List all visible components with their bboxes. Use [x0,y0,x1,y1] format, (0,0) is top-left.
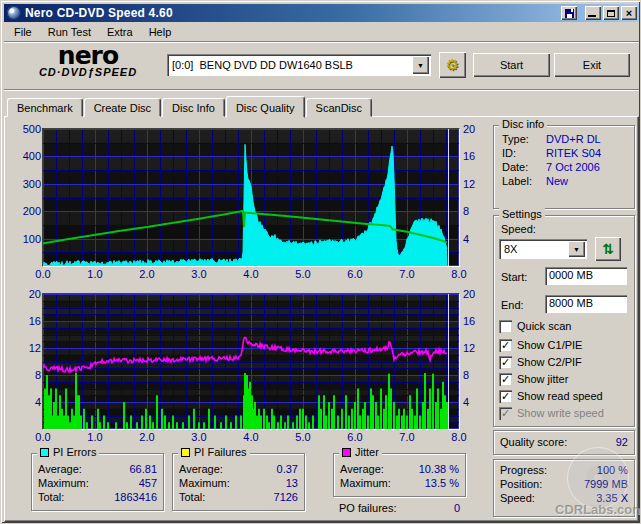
close-icon: × [626,8,632,18]
minimize-icon [588,15,596,17]
disc-info-value: DVD+R DL [546,133,601,145]
window-title: Nero CD-DVD Speed 4.60 [25,6,559,20]
pi-failures-title: PI Failures [194,446,247,458]
progress-value: 100 % [597,464,628,476]
start-button[interactable]: Start [473,53,550,77]
stat-value: 10.38 % [419,463,459,475]
show-read-speed-checkbox[interactable]: ✓Show read speed [499,389,603,403]
checkbox-label: Show read speed [517,390,603,402]
speed-select[interactable]: 8X ▼ [499,239,587,259]
start-position-input[interactable]: 0000 MB [545,267,627,285]
menu-extra[interactable]: Extra [99,24,141,40]
options-button[interactable]: ⚙ [439,52,466,78]
disc-info-label: Date: [502,161,546,173]
checkbox-label: Show write speed [517,407,604,419]
end-position-label: End: [501,299,524,311]
quality-score-panel: Quality score: 92 [493,430,635,455]
show-c2-pif-checkbox[interactable]: ✓Show C2/PIF [499,355,582,369]
settings-title: Settings [502,208,542,220]
menu-help[interactable]: Help [141,24,180,40]
top-chart-right-axis: 20161284 [461,129,487,266]
show-jitter-checkbox[interactable]: ✓Show jitter [499,372,568,386]
jitter-title: Jitter [355,446,379,458]
top-chart-left-axis: 500400300200100 [7,129,41,266]
quick-scan-checkbox[interactable]: ✓Quick scan [499,319,571,333]
exit-button[interactable]: Exit [554,53,630,77]
refresh-speeds-button[interactable]: ⇅ [595,237,621,261]
maximize-icon [607,10,615,17]
checkbox-box[interactable]: ✓ [499,390,512,403]
pi-errors-legend-swatch [40,448,49,457]
tab-strip: Benchmark Create Disc Disc Info Disc Qua… [7,96,373,117]
pi-failures-legend-swatch [181,448,190,457]
floppy-icon [565,9,574,18]
tab-benchmark[interactable]: Benchmark [7,98,83,117]
show-c1-pie-checkbox[interactable]: ✓Show C1/PIE [499,338,582,352]
stat-label: Average: [340,463,384,475]
stat-value: 13.5 % [425,477,459,489]
disc-info-label: Label: [502,175,546,187]
disc-info-value: RITEK S04 [546,147,601,159]
stat-label: Average: [179,463,223,475]
show-write-speed-checkbox: ✓Show write speed [499,406,604,420]
chevron-down-icon[interactable]: ▼ [412,56,429,74]
checkbox-label: Quick scan [517,320,571,332]
tab-create-disc[interactable]: Create Disc [84,98,161,117]
checkbox-box[interactable]: ✓ [499,320,512,333]
title-bar[interactable]: Nero CD-DVD Speed 4.60 × [4,4,639,22]
drive-selector-value: [0:0] BENQ DVD DD DW1640 BSLB [167,59,412,71]
bottom-chart-x-axis: 0.01.02.03.04.05.06.07.08.0 [43,431,459,443]
checkbox-box[interactable]: ✓ [499,339,512,352]
top-chart-frame [42,128,460,267]
checkbox-label: Show jitter [517,373,568,385]
po-failures-label: PO failures: [339,502,396,514]
menu-file[interactable]: File [6,24,40,40]
stat-label: Average: [38,463,82,475]
top-chart-x-axis: 0.01.02.03.04.05.06.07.08.0 [43,268,459,280]
progress-label: Progress: [500,464,547,476]
save-button[interactable] [561,6,577,20]
stat-value: 0.37 [277,463,298,475]
maximize-button[interactable] [603,6,619,20]
tab-disc-quality[interactable]: Disc Quality [226,96,305,118]
checkbox-box[interactable]: ✓ [499,373,512,386]
disc-info-value: 7 Oct 2006 [546,161,600,173]
jitter-legend-swatch [342,448,351,457]
jitter-panel: Jitter Average:10.38 % Maximum:13.5 % [333,453,466,497]
stat-value: 457 [139,477,157,489]
checkbox-box[interactable]: ✓ [499,356,512,369]
jitter-pif-chart [43,294,459,429]
pi-failures-panel: PI Failures Average:0.37 Maximum:13 Tota… [172,453,305,511]
app-window: Nero CD-DVD Speed 4.60 × File Run Test E… [0,0,641,524]
stat-label: Total: [179,491,205,503]
stat-value: 1863416 [114,491,157,503]
disc-info-label: Type: [502,133,546,145]
close-button[interactable]: × [621,6,637,20]
stat-value: 7126 [274,491,298,503]
progress-panel: Progress:100 % Position:7999 MB Speed:3.… [493,459,635,517]
stat-label: Maximum: [38,477,89,489]
end-position-input[interactable]: 8000 MB [545,295,627,313]
speed-label: Speed: [501,223,536,235]
minimize-button[interactable] [585,6,601,20]
speed-readout-value: 3.35 X [596,492,628,504]
nero-logo: nero CD·DVDƒSPEED [15,45,161,78]
pi-errors-panel: PI Errors Average:66.81 Maximum:457 Tota… [31,453,164,511]
bottom-chart-left-axis: 20161284 [7,294,41,429]
po-failures-value: 0 [454,502,460,514]
menu-run-test[interactable]: Run Test [40,24,99,40]
speed-select-value: 8X [499,243,568,255]
refresh-icon: ⇅ [602,241,614,257]
stat-label: Maximum: [340,477,391,489]
pi-errors-chart [43,129,459,266]
disc-info-label: ID: [502,147,546,159]
chevron-down-icon[interactable]: ▼ [568,241,585,257]
drive-selector[interactable]: [0:0] BENQ DVD DD DW1640 BSLB ▼ [167,54,431,76]
tab-scandisc[interactable]: ScanDisc [306,98,372,117]
tab-disc-info[interactable]: Disc Info [162,98,225,117]
disc-info-value: New [546,175,568,187]
checkbox-label: Show C1/PIE [517,339,582,351]
bottom-chart-frame [42,293,460,430]
position-value: 7999 MB [584,478,628,490]
quality-score-label: Quality score: [500,436,567,448]
